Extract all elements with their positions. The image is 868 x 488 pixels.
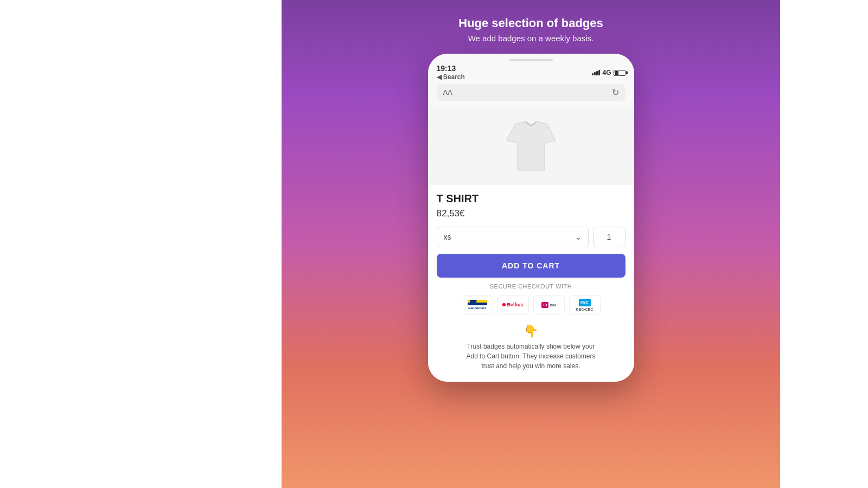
refresh-icon[interactable]: ↻ — [612, 87, 619, 98]
trust-section: 👇 Trust badges automatically show below … — [437, 322, 626, 371]
ideal-inner: iD eal — [541, 302, 556, 308]
signal-bar-3 — [596, 71, 598, 75]
ideal-badge: iD eal — [533, 295, 565, 314]
belfius-inner: Belfius — [502, 302, 523, 307]
quantity-input[interactable]: 1 — [593, 227, 626, 247]
product-info: T SHIRT 82,53€ xs ⌄ 1 ADD TO CART SECURE… — [437, 185, 626, 371]
belfius-badge: Belfius — [497, 295, 529, 314]
trust-emoji: 👇 — [437, 324, 626, 338]
product-controls: xs ⌄ 1 — [437, 227, 626, 247]
kbc-text: KBC·CBC — [576, 307, 593, 311]
trust-text: Trust badges automatically show below yo… — [437, 342, 626, 371]
size-select[interactable]: xs ⌄ — [437, 227, 589, 247]
signal-bar-1 — [592, 73, 593, 75]
status-time: 19:13 — [437, 65, 465, 72]
battery-icon — [614, 70, 626, 76]
status-bar: 19:13 ◀ Search 4G — [437, 65, 626, 81]
ideal-text: eal — [550, 303, 556, 307]
tshirt-image — [499, 113, 564, 178]
product-image-area — [428, 106, 634, 185]
phone-frame: 19:13 ◀ Search 4G AA — [428, 54, 634, 382]
size-value: xs — [444, 233, 451, 241]
chevron-down-icon: ⌄ — [575, 233, 582, 241]
network-label: 4G — [602, 69, 611, 76]
status-right: 4G — [592, 69, 625, 76]
status-left: 19:13 ◀ Search — [437, 65, 465, 81]
phone-notch-area — [437, 59, 626, 61]
kbc-logo: KBC — [579, 299, 591, 306]
secure-checkout-label: SECURE CHECKOUT WITH — [437, 283, 626, 290]
add-to-cart-button[interactable]: ADD TO CART — [437, 254, 626, 278]
signal-bar-4 — [598, 70, 600, 75]
center-panel: Huge selection of badges We add badges o… — [282, 0, 780, 488]
product-name: T SHIRT — [437, 192, 626, 205]
bancontact-badge: Bancontact — [462, 295, 493, 314]
phone-notch — [509, 59, 553, 61]
heading-section: Huge selection of badges We add badges o… — [458, 16, 603, 43]
product-price: 82,53€ — [437, 208, 626, 219]
ideal-box: iD — [541, 302, 548, 308]
heading-title: Huge selection of badges — [458, 16, 603, 30]
signal-bar-2 — [594, 72, 596, 75]
address-bar[interactable]: AA ↻ — [437, 84, 626, 101]
phone-content: T SHIRT 82,53€ xs ⌄ 1 ADD TO CART SECURE… — [428, 106, 634, 382]
phone-top-bar: 19:13 ◀ Search 4G AA — [428, 54, 634, 106]
status-search[interactable]: ◀ Search — [437, 73, 465, 81]
belfius-dot — [502, 303, 506, 306]
battery-fill — [615, 71, 618, 75]
payment-badges: Bancontact Belfius iD eal — [437, 295, 626, 314]
left-panel — [0, 0, 282, 488]
signal-bars — [592, 70, 600, 75]
heading-subtitle: We add badges on a weekly basis. — [458, 34, 603, 43]
right-panel — [780, 0, 868, 488]
address-text: AA — [443, 88, 452, 97]
kbc-badge: KBC KBC·CBC — [569, 295, 601, 314]
belfius-text: Belfius — [507, 302, 523, 307]
kbc-inner: KBC KBC·CBC — [576, 299, 593, 311]
